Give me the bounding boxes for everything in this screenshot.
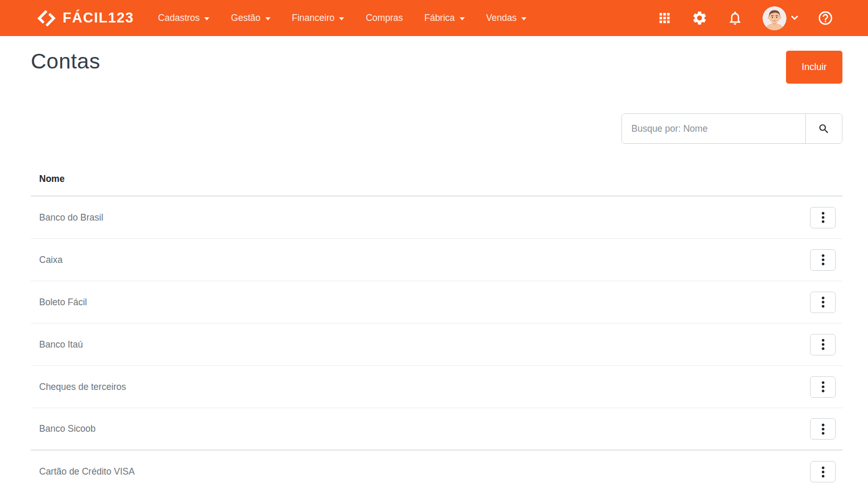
apps-grid-icon [657, 10, 672, 26]
table-row: Banco do Brasil [31, 197, 842, 239]
bell-icon [727, 10, 743, 26]
account-name: Banco do Brasil [39, 212, 103, 223]
row-actions-button[interactable] [810, 418, 836, 440]
table-row: Boleto Fácil [31, 281, 842, 324]
table-row: Caixa [31, 239, 842, 281]
accounts-list: Banco do Brasil Caixa [31, 197, 842, 484]
search-row [31, 113, 842, 144]
chevron-down-icon [265, 17, 271, 20]
row-actions-button[interactable] [810, 292, 836, 313]
table-row: Banco Itaú [31, 324, 842, 366]
notifications-button[interactable] [727, 10, 743, 26]
kebab-menu-icon [822, 381, 825, 393]
row-actions-button[interactable] [810, 461, 836, 482]
nav-menu-item[interactable]: Financeiro [292, 13, 345, 24]
search-icon [818, 123, 830, 135]
nav-menu-label: Compras [366, 13, 403, 24]
account-name: Cartão de Crédito VISA [39, 466, 135, 477]
include-button[interactable]: Incluir [786, 51, 842, 84]
kebab-menu-icon [822, 296, 825, 308]
page-content: Contas Incluir Nome Banco do Brasil [0, 36, 868, 484]
row-actions-button[interactable] [810, 207, 836, 228]
kebab-menu-icon [822, 423, 825, 435]
account-name: Banco Sicoob [39, 423, 96, 434]
brand-name: FÁCIL123 [63, 10, 134, 26]
nav-menu-item[interactable]: Cadastros [158, 13, 210, 24]
main-nav: Cadastros Gestão Financeiro Compras Fábr… [158, 13, 527, 24]
account-name: Caixa [39, 255, 63, 266]
row-actions-button[interactable] [810, 376, 836, 398]
navbar-actions [657, 6, 834, 30]
nav-menu-item[interactable]: Compras [366, 13, 403, 24]
kebab-menu-icon [822, 466, 825, 478]
kebab-menu-icon [822, 212, 825, 223]
search-group [621, 113, 842, 144]
apps-grid-button[interactable] [657, 10, 672, 26]
kebab-menu-icon [822, 339, 825, 350]
column-header-nome: Nome [31, 174, 842, 197]
chevron-down-icon [521, 17, 526, 20]
account-name: Banco Itaú [39, 339, 83, 350]
table-row: Banco Sicoob [31, 408, 842, 451]
settings-button[interactable] [691, 10, 708, 26]
nav-menu-item[interactable]: Fábrica [424, 13, 464, 24]
table-row: Cartão de Crédito VISA [31, 451, 842, 484]
account-name: Boleto Fácil [39, 297, 87, 308]
chevron-down-icon [791, 16, 798, 20]
account-name: Cheques de terceiros [39, 382, 126, 393]
row-actions-button[interactable] [810, 249, 836, 271]
nav-menu-label: Fábrica [424, 13, 454, 24]
chevron-down-icon [460, 17, 465, 20]
nav-menu-label: Vendas [486, 13, 517, 24]
chevron-down-icon [339, 17, 344, 20]
page-title: Contas [31, 49, 842, 74]
kebab-menu-icon [822, 254, 825, 266]
table-row: Cheques de terceiros [31, 366, 842, 408]
chevron-down-icon [204, 17, 209, 20]
user-menu-button[interactable] [763, 6, 798, 30]
diamond-logo-icon [37, 9, 56, 28]
nav-menu-label: Cadastros [158, 13, 200, 24]
nav-menu-label: Gestão [231, 13, 260, 24]
search-button[interactable] [805, 114, 842, 143]
page-header: Contas Incluir [31, 49, 842, 84]
nav-menu-item[interactable]: Vendas [486, 13, 526, 24]
help-button[interactable] [817, 10, 834, 26]
gear-icon [691, 10, 708, 26]
row-actions-button[interactable] [810, 334, 836, 355]
user-avatar [763, 6, 787, 30]
top-navbar: FÁCIL123 Cadastros Gestão Financeiro Com… [0, 0, 868, 36]
help-icon [817, 10, 834, 26]
search-input[interactable] [622, 114, 805, 143]
nav-menu-label: Financeiro [292, 13, 335, 24]
brand-logo[interactable]: FÁCIL123 [37, 9, 134, 28]
nav-menu-item[interactable]: Gestão [231, 13, 270, 24]
